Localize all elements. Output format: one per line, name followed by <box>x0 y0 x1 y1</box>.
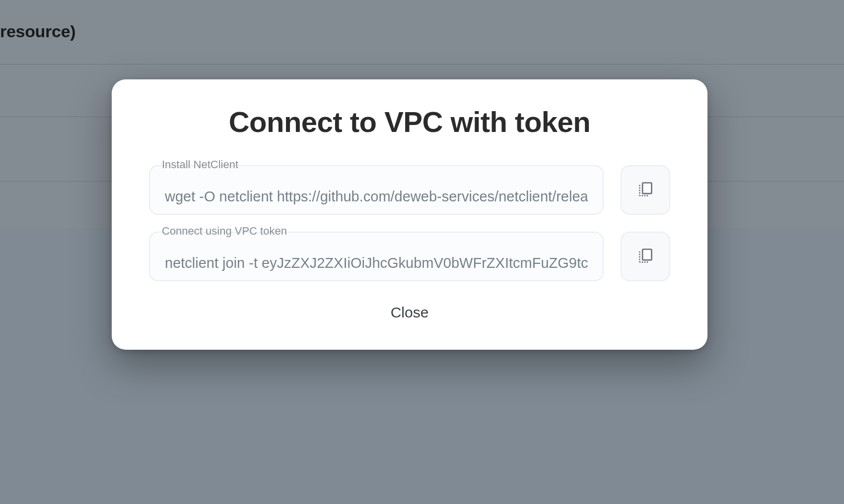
install-netclient-label: Install NetClient <box>162 158 238 171</box>
svg-rect-0 <box>642 183 651 194</box>
connect-token-label: Connect using VPC token <box>162 225 287 238</box>
modal-overlay[interactable]: Connect to VPC with token Install NetCli… <box>0 0 844 504</box>
copy-icon <box>635 246 655 267</box>
modal-title: Connect to VPC with token <box>149 105 670 138</box>
connect-token-input[interactable] <box>149 232 604 281</box>
connect-vpc-modal: Connect to VPC with token Install NetCli… <box>112 79 707 350</box>
copy-icon <box>635 179 655 201</box>
install-netclient-input[interactable] <box>149 165 604 215</box>
copy-connect-command-button[interactable] <box>621 232 670 281</box>
copy-install-command-button[interactable] <box>621 165 670 215</box>
close-button[interactable]: Close <box>391 304 429 321</box>
svg-rect-1 <box>642 250 651 260</box>
install-netclient-group: Install NetClient <box>149 165 670 215</box>
connect-token-group: Connect using VPC token <box>149 232 670 281</box>
